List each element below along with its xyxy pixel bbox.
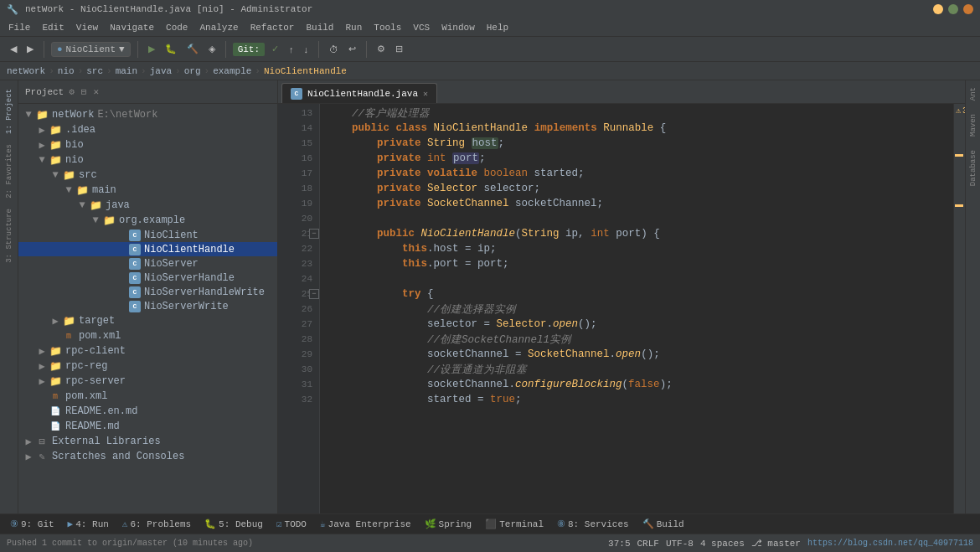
maximize-button[interactable] [948,4,958,14]
type-Runnable: Runnable [603,122,653,134]
menu-analyze[interactable]: Analyze [194,21,243,34]
tree-item-NioServerWrite[interactable]: ▶ C NioServerWrite [18,299,277,313]
tree-item-src[interactable]: ▼ 📁 src [18,168,277,183]
debug-button[interactable]: 🐛 [162,42,180,56]
history-button[interactable]: ⏱ [326,43,342,56]
minimize-button[interactable] [933,4,943,14]
tree-item-NioClient[interactable]: ▶ C NioClient [18,228,277,242]
code-editor[interactable]: //客户端处理器 public class NioClientHandle im… [320,104,953,513]
tree-item-target[interactable]: ▶ 📁 target [18,313,277,328]
blog-url[interactable]: https://blog.csdn.net/qq_40977118 [807,539,973,548]
run-tool-btn[interactable]: ▶ 4: Run [64,518,112,529]
indent-status[interactable]: 4 spaces [700,539,745,549]
menu-code[interactable]: Code [161,21,193,34]
undo-button[interactable]: ↩ [345,42,359,56]
started-32: started = [427,394,490,405]
menu-navigate[interactable]: Navigate [105,21,159,34]
menu-view[interactable]: View [71,21,103,34]
tab-close-button[interactable]: ✕ [423,89,428,99]
vtab-project[interactable]: 1: Project [3,84,15,139]
forward-button[interactable]: ▶ [23,42,37,56]
git-pull-button[interactable]: ↓ [301,43,312,56]
indent-28 [327,333,427,345]
tree-item-rpc-reg[interactable]: ▶ 📁 rpc-reg [18,359,277,374]
tree-item-idea[interactable]: ▶ 📁 .idea [18,122,277,137]
fn-open-29: open [616,348,641,360]
menu-run[interactable]: Run [340,21,367,34]
database-tab[interactable]: Database [967,147,979,189]
tree-item-org-example[interactable]: ▼ 📁 org.example [18,213,277,228]
vtab-structure[interactable]: 3: Structure [3,204,15,268]
tree-item-readme-en[interactable]: ▶ 📄 README.en.md [18,404,277,419]
menu-build[interactable]: Build [301,21,338,34]
debug-tool-btn[interactable]: 🐛 5: Debug [201,518,266,529]
breadcrumb-network[interactable]: netWork [7,66,45,76]
tree-item-NioClientHandle[interactable]: ▶ C NioClientHandle [18,242,277,256]
settings-button[interactable]: ⚙ [374,42,389,56]
vtab-favorites[interactable]: 2: Favorites [3,139,15,204]
coverage-button[interactable]: ◈ [205,42,219,56]
tree-item-nio[interactable]: ▼ 📁 nio [18,152,277,168]
java-enterprise-tool-btn[interactable]: ☕ Java Enterprise [317,518,415,529]
tree-item-java[interactable]: ▼ 📁 java [18,198,277,213]
breadcrumb-java[interactable]: java [150,66,172,76]
services-tool-btn[interactable]: ⑧ 8: Services [554,518,632,529]
breadcrumb-example[interactable]: example [213,66,251,76]
build-button[interactable]: 🔨 [183,42,202,56]
fold-icon-25[interactable]: − [309,289,319,299]
tree-item-scratches[interactable]: ▶ ✎ Scratches and Consoles [18,449,277,464]
tree-item-bio[interactable]: ▶ 📁 bio [18,137,277,152]
tree-item-main[interactable]: ▼ 📁 main [18,183,277,198]
sidebar-layout-icon[interactable]: ⊟ [80,85,89,99]
spring-tool-btn[interactable]: 🌿 Spring [421,518,476,529]
tree-item-NioServerHandleWrite[interactable]: ▶ C NioServerHandleWrite [18,285,277,299]
back-button[interactable]: ◀ [7,42,20,56]
encoding-status[interactable]: UTF-8 [666,539,694,549]
menu-vcs[interactable]: VCS [408,21,435,34]
ant-tab[interactable]: Ant [967,84,979,104]
maven-tab[interactable]: Maven [967,111,979,140]
menu-tools[interactable]: Tools [369,21,406,34]
tree-item-readme[interactable]: ▶ 📄 README.md [18,419,277,434]
breadcrumb-org[interactable]: org [184,66,201,76]
build-tool-btn[interactable]: 🔨 Build [639,518,688,529]
menu-edit[interactable]: Edit [37,21,69,34]
menu-refactor[interactable]: Refactor [245,21,300,34]
tree-item-rpc-client[interactable]: ▶ 📁 rpc-client [18,343,277,359]
sidebar-close-icon[interactable]: ✕ [91,85,101,99]
split-button[interactable]: ⊟ [392,42,406,56]
close-button[interactable] [963,4,973,14]
git-status[interactable]: Git: [233,43,265,56]
sidebar-settings-icon[interactable]: ⚙ [67,85,76,99]
editor-scrollbar[interactable]: ⚠ 3 ▲ [953,104,965,513]
git-tool-btn[interactable]: ⑨ 9: Git [7,518,58,529]
problems-tool-btn[interactable]: ⚠ 6: Problems [119,518,194,529]
tree-item-pom2[interactable]: ▶ m pom.xml [18,389,277,404]
tab-NioClientHandle[interactable]: C NioClientHandle.java ✕ [281,83,437,103]
git-branch-status[interactable]: ⎇ master [751,538,801,549]
code-line-29: socketChannel = SocketChannel.open(); [320,347,953,362]
tree-item-NioServer[interactable]: ▶ C NioServer [18,256,277,271]
terminal-tool-btn[interactable]: ⬛ Terminal [482,518,547,529]
breadcrumb-main[interactable]: main [116,66,137,76]
breadcrumb-nio[interactable]: nio [58,66,75,76]
todo-tool-btn[interactable]: ☑ TODO [273,518,310,529]
breadcrumb-src[interactable]: src [86,66,103,76]
menu-help[interactable]: Help [482,21,513,34]
run-config-dropdown[interactable]: ● NioClient ▼ [51,42,131,57]
git-check-button[interactable]: ✓ [268,42,282,56]
punc-14: { [653,122,666,134]
tree-item-NioServerHandle[interactable]: ▶ C NioServerHandle [18,271,277,285]
run-button[interactable]: ▶ [145,42,158,56]
menu-window[interactable]: Window [436,21,480,34]
cursor-position[interactable]: 37:5 [608,539,630,549]
tree-item-ext-libs[interactable]: ▶ ⊟ External Libraries [18,434,277,449]
indent-14 [327,122,352,134]
menu-file[interactable]: File [3,21,35,34]
git-push-button[interactable]: ↑ [286,43,297,56]
tree-item-rpc-server[interactable]: ▶ 📁 rpc-server [18,374,277,389]
line-sep-status[interactable]: CRLF [637,539,659,549]
tree-item-network[interactable]: ▼ 📁 netWork E:\netWork [18,107,277,122]
fold-icon-21[interactable]: − [309,229,319,239]
tree-item-pom1[interactable]: ▶ m pom.xml [18,328,277,343]
